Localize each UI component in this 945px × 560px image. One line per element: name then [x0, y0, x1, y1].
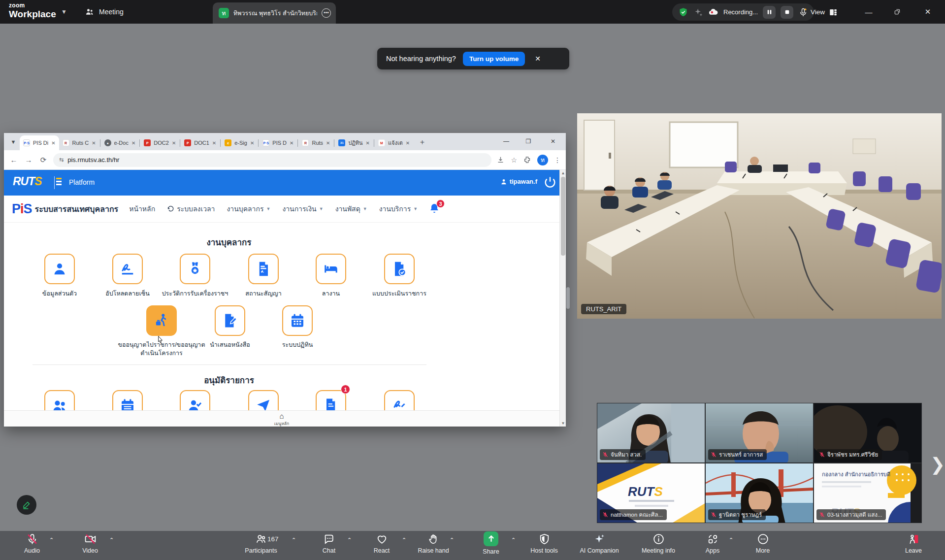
- card-submit-document[interactable]: [215, 305, 245, 336]
- browser-tab-esig[interactable]: ee-Sig✕: [221, 135, 258, 150]
- extensions-icon[interactable]: [523, 156, 531, 164]
- logout-power-icon[interactable]: [543, 175, 557, 189]
- card-calendar-system[interactable]: [282, 305, 313, 336]
- ruts-logo[interactable]: RUTS: [13, 175, 42, 188]
- apps-options-chevron[interactable]: ⌃: [729, 537, 733, 543]
- card-personal-info[interactable]: [44, 254, 75, 284]
- participants-options-chevron[interactable]: ⌃: [292, 537, 296, 543]
- view-button[interactable]: View: [811, 3, 838, 21]
- chevron-down-icon[interactable]: ▼: [61, 8, 67, 15]
- participant-tile-2[interactable]: ราเชนทร์ อาการส: [705, 403, 814, 463]
- close-tab-icon[interactable]: ✕: [326, 140, 330, 146]
- audio-button[interactable]: Audio: [10, 533, 54, 554]
- new-tab-button[interactable]: ＋: [416, 136, 428, 148]
- forward-icon[interactable]: →: [24, 156, 33, 164]
- ai-sparkle-icon[interactable]: [693, 7, 703, 17]
- participant-tile-6[interactable]: กองกลาง สำนักงานอธิการบดี RUTS 03-นางสาว…: [814, 463, 922, 523]
- participant-tile-1[interactable]: จันทิมา สวส.: [597, 403, 705, 463]
- participant-tile-3[interactable]: จิราพัชร มทร.ศรีวิชัย: [814, 403, 922, 463]
- share-button[interactable]: Share: [469, 533, 513, 555]
- raise-hand-button[interactable]: Raise hand: [411, 533, 456, 554]
- ai-companion-button[interactable]: AI Companion: [577, 533, 621, 554]
- chat-button[interactable]: Chat: [307, 533, 351, 554]
- raise-hand-options-chevron[interactable]: ⌃: [450, 537, 454, 543]
- restore-window-button[interactable]: [886, 0, 908, 24]
- scroll-down-icon[interactable]: ▼: [560, 421, 566, 426]
- browser-minimize-button[interactable]: —: [496, 133, 516, 150]
- more-button[interactable]: More: [741, 533, 785, 554]
- mic-level-icon[interactable]: [798, 7, 808, 17]
- browser-restore-button[interactable]: ❐: [519, 133, 538, 150]
- download-icon[interactable]: [496, 156, 505, 164]
- close-tab-icon[interactable]: ✕: [51, 140, 55, 146]
- page-scrollbar[interactable]: ▲ ▼: [559, 170, 566, 427]
- browser-tab-pis2[interactable]: P·SPIS D✕: [259, 135, 297, 150]
- nav-personnel-dropdown[interactable]: งานบุคลากร▼: [227, 203, 270, 214]
- close-banner-icon[interactable]: ✕: [535, 55, 541, 63]
- user-menu[interactable]: tipawan.f: [500, 178, 537, 185]
- pause-recording-button[interactable]: [763, 6, 776, 19]
- security-shield-icon[interactable]: [678, 7, 688, 17]
- browser-tab-gmail[interactable]: Mแจ้งเต✕: [375, 135, 413, 150]
- main-speaker-video[interactable]: RUTS_ARIT: [577, 113, 942, 319]
- close-tab-icon[interactable]: ✕: [172, 140, 176, 146]
- tab-options-icon[interactable]: •••: [322, 8, 331, 18]
- card-upload-signature[interactable]: [112, 254, 143, 284]
- close-tab-icon[interactable]: ✕: [92, 140, 96, 146]
- site-info-icon[interactable]: ⇆: [59, 157, 63, 163]
- close-tab-icon[interactable]: ✕: [366, 140, 370, 146]
- host-tools-button[interactable]: Host tools: [522, 533, 566, 554]
- browser-tab-edoc[interactable]: ●e-Doc✕: [101, 135, 139, 150]
- browser-tab-doc1[interactable]: PDOC1✕: [181, 135, 220, 150]
- apps-button[interactable]: Apps: [690, 533, 735, 554]
- close-window-button[interactable]: ✕: [917, 0, 939, 24]
- bookmark-star-icon[interactable]: ☆: [511, 156, 517, 164]
- back-icon[interactable]: ←: [9, 156, 19, 164]
- card-royal-decoration-history[interactable]: [180, 254, 210, 284]
- tab-active-shared-screen[interactable]: ท ทิพวรรณ พุทธวิโร สำนักวิทยบริการฯ's ••…: [213, 2, 336, 24]
- video-options-chevron[interactable]: ⌃: [109, 537, 114, 543]
- scroll-up-icon[interactable]: ▲: [560, 171, 566, 175]
- audio-options-chevron[interactable]: ⌃: [49, 537, 54, 543]
- stop-recording-button[interactable]: [781, 6, 793, 19]
- share-options-chevron[interactable]: ⌃: [511, 537, 516, 543]
- nav-time-system[interactable]: ระบบลงเวลา: [167, 203, 215, 214]
- browser-tab-doc2[interactable]: PDOC2✕: [140, 135, 179, 150]
- meeting-info-button[interactable]: Meeting info: [636, 533, 681, 554]
- gallery-next-page-button[interactable]: ❯: [930, 454, 945, 475]
- close-tab-icon[interactable]: ✕: [290, 140, 293, 146]
- card-evaluation[interactable]: [384, 254, 415, 284]
- pis-logo[interactable]: PiS: [12, 201, 32, 217]
- close-tab-icon[interactable]: ✕: [131, 140, 135, 146]
- home-icon[interactable]: ⌂: [4, 412, 559, 420]
- turn-up-volume-button[interactable]: Turn up volume: [463, 52, 525, 66]
- profile-avatar[interactable]: ท: [537, 155, 548, 165]
- browser-menu-icon[interactable]: ⋮: [554, 156, 561, 164]
- nav-service-dropdown[interactable]: งานบริการ▼: [379, 203, 418, 214]
- close-tab-icon[interactable]: ✕: [406, 140, 410, 146]
- tab-meeting[interactable]: Meeting: [85, 0, 124, 24]
- card-leave[interactable]: [316, 254, 346, 284]
- card-official-travel-request[interactable]: [146, 305, 177, 336]
- close-tab-icon[interactable]: ✕: [250, 140, 254, 146]
- browser-tab-pis[interactable]: P·S PIS Di✕: [20, 135, 59, 150]
- react-options-chevron[interactable]: ⌃: [402, 537, 406, 543]
- react-button[interactable]: React: [359, 533, 404, 554]
- reload-icon[interactable]: ⟳: [38, 156, 48, 165]
- video-button[interactable]: Video: [68, 533, 112, 554]
- card-contract-status[interactable]: [248, 254, 279, 284]
- scrollbar-thumb[interactable]: [561, 177, 565, 256]
- notifications-bell[interactable]: 3: [428, 202, 441, 215]
- chat-options-chevron[interactable]: ⌃: [347, 537, 352, 543]
- annotate-button[interactable]: [17, 495, 36, 515]
- browser-tab-calendar[interactable]: 31ปฏิทิน✕: [335, 135, 373, 150]
- minimize-window-button[interactable]: —: [858, 0, 880, 24]
- browser-close-button[interactable]: ✕: [543, 133, 563, 150]
- url-input[interactable]: ⇆ pis.rmutsv.ac.th/hr: [53, 153, 491, 167]
- nav-home[interactable]: หน้าหลัก: [129, 203, 155, 214]
- participant-tile-4[interactable]: RUTS natthamon คณะศิล...: [597, 463, 705, 523]
- close-tab-icon[interactable]: ✕: [212, 140, 216, 146]
- tab-search-chevron-icon[interactable]: ▼: [7, 135, 20, 148]
- browser-tab-ruts2[interactable]: RRuts✕: [298, 135, 333, 150]
- browser-tab-ruts[interactable]: RRuts C✕: [59, 135, 99, 150]
